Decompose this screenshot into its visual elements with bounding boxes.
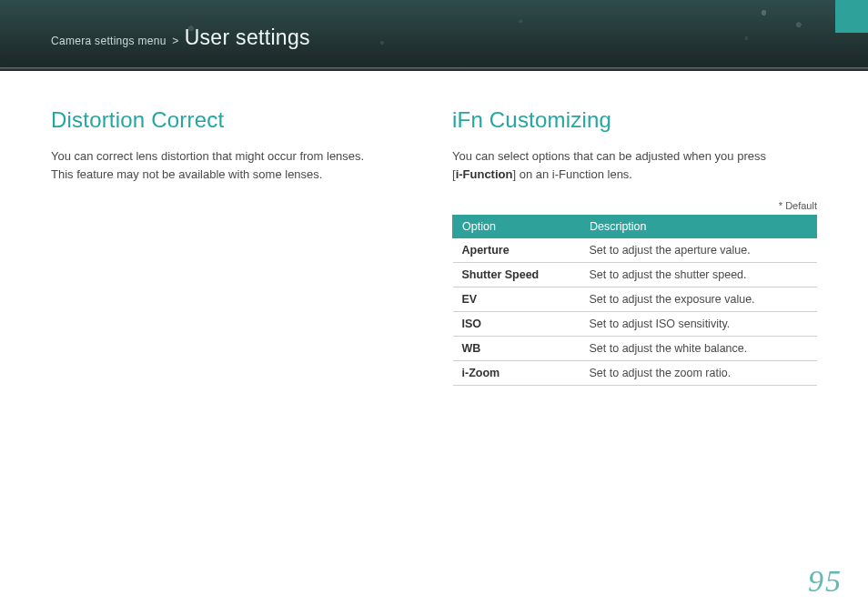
header-accent-tab <box>835 0 868 33</box>
table-row: EV Set to adjust the exposure value. <box>453 287 817 312</box>
table-row: i-Zoom Set to adjust the zoom ratio. <box>453 361 817 386</box>
option-desc: Set to adjust the white balance. <box>580 337 817 361</box>
breadcrumb-title: User settings <box>185 25 310 49</box>
breadcrumb: Camera settings menu > User settings <box>51 25 310 50</box>
option-name: i-Zoom <box>453 361 580 386</box>
table-row: WB Set to adjust the white balance. <box>453 337 817 361</box>
option-name: WB <box>453 337 580 361</box>
page-number: 95 <box>808 564 843 599</box>
table-row: ISO Set to adjust ISO sensitivity. <box>453 312 817 337</box>
option-name: ISO <box>453 312 580 337</box>
section-title-distortion: Distortion Correct <box>51 107 416 133</box>
default-note: * Default <box>452 200 817 211</box>
option-desc: Set to adjust the zoom ratio. <box>580 361 817 386</box>
ifn-paragraph: You can select options that can be adjus… <box>452 147 817 184</box>
column-left: Distortion Correct You can correct lens … <box>51 107 416 386</box>
ifn-text-a: You can select options that can be adjus… <box>452 149 766 163</box>
ifn-text-bold: i-Function <box>456 167 513 181</box>
option-desc: Set to adjust ISO sensitivity. <box>580 312 817 337</box>
table-head-option: Option <box>453 216 580 238</box>
option-desc: Set to adjust the exposure value. <box>580 287 817 312</box>
breadcrumb-sep: > <box>172 35 178 47</box>
section-title-ifn: iFn Customizing <box>452 107 817 133</box>
header-banner: Camera settings menu > User settings <box>0 0 868 71</box>
table-row: Aperture Set to adjust the aperture valu… <box>453 238 817 263</box>
table-row: Shutter Speed Set to adjust the shutter … <box>453 263 817 287</box>
table-head-description: Description <box>580 216 817 238</box>
header-bottom-edge <box>0 67 868 71</box>
content-area: Distortion Correct You can correct lens … <box>0 71 868 386</box>
ifn-options-table: Option Description Aperture Set to adjus… <box>452 215 817 386</box>
option-name: Aperture <box>453 238 580 263</box>
distortion-paragraph-2: This feature may not be available with s… <box>51 166 416 184</box>
distortion-paragraph-1: You can correct lens distortion that mig… <box>51 147 416 166</box>
option-desc: Set to adjust the aperture value. <box>580 238 817 263</box>
ifn-text-bracket-close: ] on an i-Function lens. <box>512 167 632 181</box>
option-desc: Set to adjust the shutter speed. <box>580 263 817 287</box>
option-name: EV <box>453 287 580 312</box>
option-name: Shutter Speed <box>453 263 580 287</box>
breadcrumb-prefix: Camera settings menu <box>51 35 167 47</box>
column-right: iFn Customizing You can select options t… <box>452 107 817 386</box>
